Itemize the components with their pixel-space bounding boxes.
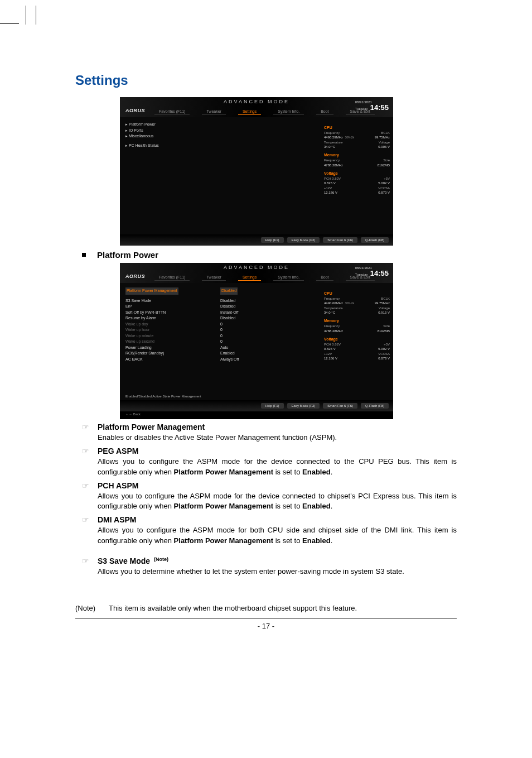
aorus-logo: AORUS [125, 274, 145, 279]
item-peg-aspm: ☞ PEG ASPM Allows you to configure the A… [75, 447, 457, 478]
setting-label: ErP [125, 304, 220, 310]
setting-label: Wake up day [125, 322, 220, 328]
menu-platform-power: ▸ Platform Power [125, 122, 315, 128]
item-desc: Allows you to determine whether to let t… [98, 567, 457, 577]
setting-label: Wake up minute [125, 333, 220, 339]
pointer-icon: ☞ [82, 423, 93, 431]
setting-value: Enabled [220, 351, 315, 357]
right-memory-header: Memory [324, 152, 390, 158]
setting-label: AC BACK [125, 357, 220, 363]
tab-favorites: Favorites (F11) [154, 109, 190, 115]
item-title: Platform Power Management [98, 423, 205, 431]
setting-label: Wake up hour [125, 327, 220, 333]
bios-right-panel: CPU FrequencyBCLK 4490.59MHz 30%.2k99.75… [321, 117, 393, 234]
item-desc: Enables or disables the Active State Pow… [98, 433, 457, 443]
bios-tabs: Favorites (F11) Tweaker Settings System … [154, 275, 375, 281]
btn-qflash: Q-Flash (F8) [361, 237, 389, 243]
item-title: PEG ASPM [98, 447, 138, 455]
item-s3-save-mode: ☞ S3 Save Mode (Note) Allows you to dete… [75, 556, 457, 577]
item-desc: Allows you to configure the ASPM mode fo… [98, 491, 457, 512]
item-dmi-aspm: ☞ DMI ASPM Allows you to configure the A… [75, 515, 457, 546]
page-number: - 17 - [75, 622, 457, 630]
setting-value: Auto [220, 345, 315, 351]
bios-time: 14:55 [370, 104, 389, 111]
pointer-icon: ☞ [82, 557, 93, 565]
setting-value: Disabled [220, 298, 315, 304]
setting-value: Disabled [220, 315, 315, 322]
menu-io-ports: ▸ IO Ports [125, 128, 315, 134]
tab-tweaker: Tweaker [202, 109, 225, 115]
setting-label: Wake up second [125, 339, 220, 345]
bios-screenshot-settings: ADVANCED MODE AORUS Favorites (F11) Twea… [120, 97, 393, 246]
item-title: S3 Save Mode (Note) [98, 556, 168, 565]
bios-screenshot-platform-power: ADVANCED MODE AORUS Favorites (F11) Twea… [120, 263, 393, 419]
row-ppm-val: Disabled [220, 287, 238, 295]
menu-misc: ▸ Miscellaneous [125, 133, 315, 140]
setting-value: 0 [220, 327, 315, 333]
setting-label: Resume by Alarm [125, 315, 220, 322]
item-desc: Allows you to configure the ASPM mode fo… [98, 525, 457, 546]
setting-label: Power Loading [125, 345, 220, 351]
bios-mode-title: ADVANCED MODE [224, 265, 289, 270]
btn-help: Help (F1) [261, 237, 284, 243]
setting-value: 0 [220, 322, 315, 328]
item-pch-aspm: ☞ PCH ASPM Allows you to configure the A… [75, 481, 457, 512]
item-title: PCH ASPM [98, 481, 138, 490]
item-title: DMI ASPM [98, 515, 136, 524]
footnote-text: This item is available only when the mot… [109, 604, 357, 612]
tab-system-info: System Info. [273, 109, 304, 115]
bios-day: Tuesday [355, 107, 368, 111]
setting-label: S3 Save Mode [125, 298, 220, 304]
row-ppm: Platform Power Management [125, 287, 178, 295]
bios-left-panel: ▸ Platform Power ▸ IO Ports ▸ Miscellane… [120, 117, 321, 234]
note-superscript: (Note) [154, 556, 168, 562]
divider [75, 618, 457, 618]
setting-value: 0 [220, 333, 315, 339]
bios-back-hint: ←→ Back [120, 411, 393, 419]
bios-hint: Enabled/Disabled Active State Power Mana… [125, 395, 201, 398]
bios-clock: 08/31/2021 Tuesday 14:55 [355, 100, 389, 111]
bios-right-panel: CPU FrequencyBCLK 4490.66MHz 30%.2k99.75… [321, 283, 393, 400]
right-cpu-header: CPU [324, 125, 390, 131]
bios-clock: 08/31/2021 Tuesday 14:55 [355, 266, 389, 277]
btn-easy-mode: Easy Mode (F2) [287, 237, 320, 243]
tab-settings: Settings [238, 109, 261, 115]
bios-mode-title: ADVANCED MODE [224, 99, 289, 104]
page-title: Settings [75, 73, 457, 88]
pointer-icon: ☞ [82, 447, 93, 455]
bios-footer: Help (F1) Easy Mode (F2) Smart Fan 6 (F6… [120, 234, 393, 246]
bullet-icon [82, 253, 86, 257]
subsection-title: Platform Power [97, 250, 158, 260]
bios-tabs: Favorites (F11) Tweaker Settings System … [154, 109, 375, 115]
aorus-logo: AORUS [125, 108, 145, 113]
pointer-icon: ☞ [82, 516, 93, 524]
btn-smart-fan: Smart Fan 6 (F6) [323, 237, 357, 243]
setting-value: Disabled [220, 304, 315, 310]
bios-left-panel: Platform Power Management S3 Save ModeEr… [120, 283, 321, 400]
menu-pc-health: ▸ PC Health Status [125, 143, 315, 149]
item-platform-power-management: ☞ Platform Power Management Enables or d… [75, 423, 457, 443]
bios-footer: Help (F1) Easy Mode (F2) Smart Fan 6 (F6… [120, 400, 393, 411]
footnote-label: (Note) [75, 604, 109, 612]
setting-value: Instant-Off [220, 310, 315, 316]
item-desc: Allows you to configure the ASPM mode fo… [98, 457, 457, 478]
page-content: Settings ADVANCED MODE AORUS Favorites (… [0, 17, 532, 653]
tab-boot: Boot [316, 109, 333, 115]
setting-value: Always Off [220, 357, 315, 363]
right-voltage-header: Voltage [324, 171, 390, 176]
setting-value: 0 [220, 339, 315, 345]
pointer-icon: ☞ [82, 482, 93, 490]
setting-label: RC6(Render Standby) [125, 351, 220, 357]
setting-label: Soft-Off by PWR-BTTN [125, 310, 220, 316]
footnote: (Note) This item is available only when … [75, 604, 457, 612]
